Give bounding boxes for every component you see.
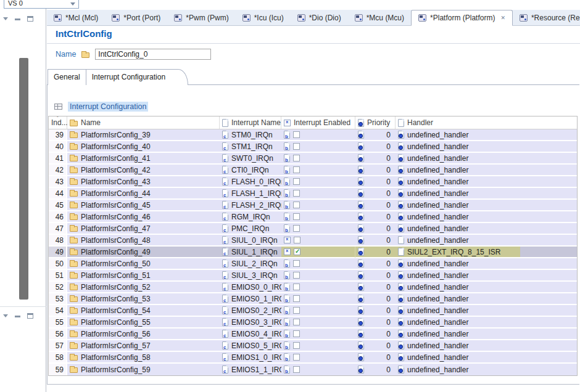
tab-general[interactable]: General [48,69,86,85]
enabled-checkbox[interactable] [293,213,300,220]
cell-handler[interactable]: undefined_handler [396,129,577,141]
enabled-checkbox[interactable] [293,272,300,279]
cell-interrupt-name[interactable]: CTI0_IRQn [220,165,281,176]
cell-priority[interactable]: 0 [355,329,396,340]
cell-handler[interactable]: undefined_handler [396,293,577,305]
table-row[interactable]: 46 PlatformIsrConfig_46 RGM_IRQn 0 undef… [49,211,577,223]
cell-interrupt-name[interactable]: SIUL_3_IRQn [220,270,281,282]
cell-handler[interactable]: undefined_handler [396,141,577,153]
tab-interrupt-configuration[interactable]: Interrupt Configuration [86,69,188,85]
cell-name[interactable]: PlatformIsrConfig_57 [67,340,220,352]
cell-priority[interactable]: 0 [355,129,396,141]
cell-interrupt-enabled[interactable] [281,352,355,364]
table-row[interactable]: 53 PlatformIsrConfig_53 EMIOS0_1_IRQn 0 … [49,293,577,305]
table-row[interactable]: 43 PlatformIsrConfig_43 FLASH_0_IRQn 0 u… [49,176,577,188]
cell-interrupt-enabled[interactable] [281,317,355,329]
cell-interrupt-enabled[interactable] [281,153,355,165]
cell-handler[interactable]: undefined_handler [396,165,577,176]
cell-priority[interactable]: 0 [355,247,396,258]
cell-priority[interactable]: 0 [355,352,396,364]
cell-priority[interactable]: 0 [355,305,396,317]
cell-interrupt-enabled[interactable] [281,305,355,317]
cell-name[interactable]: PlatformIsrConfig_49 [67,247,220,258]
cell-handler[interactable]: undefined_handler [396,153,577,165]
cell-interrupt-name[interactable]: STM0_IRQn [220,129,281,141]
cell-priority[interactable]: 0 [355,317,396,329]
column-header-interrupt-enabled[interactable]: Interrupt Enabled [281,116,355,129]
cell-interrupt-name[interactable]: EMIOS1_0_IRQn [220,352,281,364]
cell-handler[interactable]: undefined_handler [396,188,577,200]
cell-name[interactable]: PlatformIsrConfig_52 [67,282,220,293]
close-icon[interactable]: ✕ [500,15,505,21]
cell-interrupt-enabled[interactable] [281,340,355,352]
chevron-down-icon[interactable] [3,314,8,317]
enabled-checkbox[interactable] [293,319,300,325]
cell-interrupt-enabled[interactable] [281,282,355,293]
editor-tab[interactable]: *Platform (Platform) ✕ [411,10,513,26]
cell-interrupt-name[interactable]: SIUL_1_IRQn [220,247,281,258]
table-row[interactable]: 59 PlatformIsrConfig_59 EMIOS1_1_IRQn 0 … [49,364,577,375]
cell-handler[interactable]: undefined_handler [396,329,577,340]
cell-interrupt-enabled[interactable] [281,258,355,270]
cell-name[interactable]: PlatformIsrConfig_40 [67,141,220,153]
editor-tab[interactable]: *Dio (Dio) [291,10,348,25]
enabled-checkbox[interactable] [293,143,300,150]
cell-interrupt-name[interactable]: FLASH_2_IRQn [220,200,281,211]
cell-handler[interactable]: undefined_handler [396,200,577,211]
enabled-checkbox[interactable] [293,366,300,373]
cell-priority[interactable]: 0 [355,282,396,293]
minimize-icon[interactable] [15,314,20,317]
table-row[interactable]: 40 PlatformIsrConfig_40 STM1_IRQn 0 unde… [49,141,577,153]
maximize-icon[interactable] [27,313,33,319]
table-row[interactable]: 56 PlatformIsrConfig_56 EMIOS0_4_IRQn 0 … [49,329,577,340]
cell-name[interactable]: PlatformIsrConfig_48 [67,235,220,247]
cell-interrupt-name[interactable]: EMIOS0_3_IRQn [220,317,281,329]
cell-priority[interactable]: 0 [355,223,396,235]
enabled-checkbox[interactable] [293,190,300,197]
enabled-checkbox[interactable] [293,131,300,138]
table-row[interactable]: 55 PlatformIsrConfig_55 EMIOS0_3_IRQn 0 … [49,317,577,329]
cell-interrupt-enabled[interactable] [281,247,355,258]
table-row[interactable]: 52 PlatformIsrConfig_52 EMIOS0_0_IRQn 0 … [49,282,577,293]
enabled-checkbox[interactable] [293,260,300,267]
cell-handler[interactable]: undefined_handler [396,270,577,282]
cell-interrupt-name[interactable]: PMC_IRQn [220,223,281,235]
cell-priority[interactable]: 0 [355,340,396,352]
cell-interrupt-enabled[interactable] [281,235,355,247]
editor-tab[interactable]: *Mcl (Mcl) [47,10,105,25]
cell-priority[interactable]: 0 [355,235,396,247]
cell-handler[interactable]: undefined_handler [396,235,577,247]
cell-handler[interactable]: undefined_handler [396,223,577,235]
cell-interrupt-name[interactable]: EMIOS0_1_IRQn [220,293,281,305]
table-row[interactable]: 39 PlatformIsrConfig_39 STM0_IRQn 0 unde… [49,129,577,141]
cell-handler[interactable]: undefined_handler [396,176,577,188]
enabled-checkbox[interactable] [293,295,300,302]
cell-handler[interactable]: undefined_handler [396,317,577,329]
editor-tab[interactable]: *Resource (Resource) [513,10,580,25]
cell-name[interactable]: PlatformIsrConfig_42 [67,165,220,176]
cell-handler[interactable]: undefined_handler [396,305,577,317]
cell-name[interactable]: PlatformIsrConfig_56 [67,329,220,340]
column-header-index[interactable]: Ind... ˆ [49,116,67,129]
enabled-checkbox[interactable] [293,202,300,208]
cell-handler[interactable]: undefined_handler [396,211,577,223]
name-input[interactable] [95,49,211,60]
cell-interrupt-enabled[interactable] [281,188,355,200]
editor-tab[interactable]: *Mcu (Mcu) [348,10,411,25]
cell-interrupt-name[interactable]: SIUL_2_IRQn [220,258,281,270]
cell-handler[interactable]: undefined_handler [396,282,577,293]
cell-handler[interactable]: undefined_handler [396,340,577,352]
table-row[interactable]: 49 PlatformIsrConfig_49 SIUL_1_IRQn 0 SI… [49,247,577,258]
cell-interrupt-enabled[interactable] [281,141,355,153]
editor-tab[interactable]: *Icu (Icu) [236,10,291,25]
cell-name[interactable]: PlatformIsrConfig_54 [67,305,220,317]
enabled-checkbox[interactable] [293,354,300,361]
cell-interrupt-name[interactable]: EMIOS0_0_IRQn [220,282,281,293]
cell-priority[interactable]: 0 [355,200,396,211]
table-row[interactable]: 54 PlatformIsrConfig_54 EMIOS0_2_IRQn 0 … [49,305,577,317]
cell-interrupt-enabled[interactable] [281,329,355,340]
cell-priority[interactable]: 0 [355,188,396,200]
chevron-down-icon[interactable] [3,17,8,20]
cell-name[interactable]: PlatformIsrConfig_41 [67,153,220,165]
cell-name[interactable]: PlatformIsrConfig_55 [67,317,220,329]
